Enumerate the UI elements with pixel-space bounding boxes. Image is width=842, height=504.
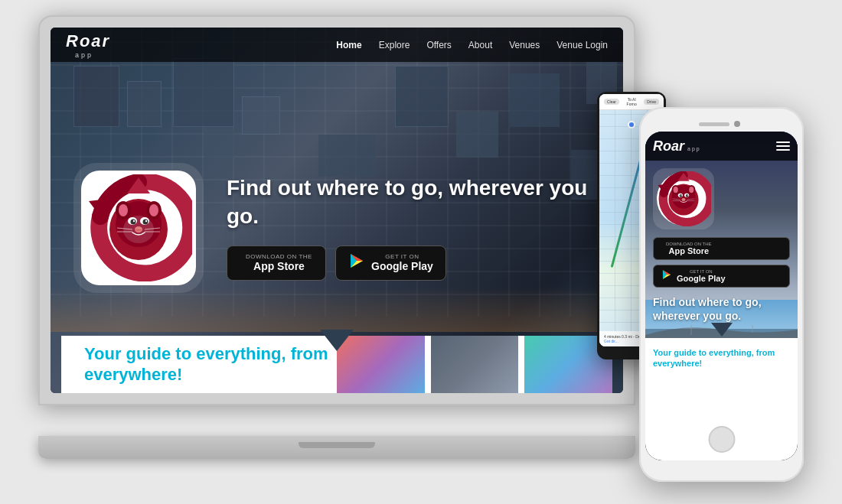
svg-point-13 — [131, 219, 136, 224]
svg-point-14 — [143, 219, 148, 224]
scene: Roar app Home Explore Offers About Venue… — [0, 0, 842, 504]
hamburger-line-2 — [776, 145, 790, 147]
laptop-app-store-button[interactable]: Download on the App Store — [227, 245, 326, 281]
iphone-lower-section: Your guide to everything, from everywher… — [645, 338, 798, 460]
svg-point-9 — [119, 204, 128, 216]
iphone-logo-group: Roar app — [653, 138, 701, 154]
hamburger-line-1 — [776, 141, 790, 143]
laptop-nav-links: Home Explore Offers About Venues Venue L… — [336, 40, 608, 50]
laptop-logo: Roar app — [66, 31, 110, 59]
iphone-device: Roar app — [639, 107, 804, 482]
map-destination: To Al Forno — [622, 97, 641, 106]
nav-link-explore[interactable]: Explore — [379, 40, 410, 50]
laptop-down-arrow — [320, 330, 354, 351]
svg-point-16 — [145, 219, 147, 221]
laptop-lion-icon — [81, 171, 196, 285]
iphone-play-icon — [661, 269, 672, 283]
nav-link-offers[interactable]: Offers — [426, 40, 451, 50]
map-start-pin — [628, 121, 635, 128]
svg-point-43 — [687, 195, 688, 196]
iphone-hero-text: Find out where to go, wherever you go. — [653, 295, 790, 323]
nav-link-home[interactable]: Home — [336, 40, 361, 50]
iphone-app-store-text: Download on the App Store — [666, 242, 712, 255]
app-store-pre: Download on the — [246, 253, 312, 260]
map-clear-btn[interactable]: Clear — [604, 99, 619, 105]
iphone-lower-headline: Your guide to everything, from everywher… — [653, 347, 790, 369]
play-store-icon — [348, 252, 365, 274]
laptop-store-buttons: Download on the App Store — [227, 245, 600, 281]
svg-point-42 — [680, 195, 681, 196]
svg-point-37 — [689, 187, 694, 193]
app-store-name: App Store — [246, 260, 312, 272]
nav-link-about[interactable]: About — [468, 40, 492, 50]
play-store-name: Google Play — [371, 260, 433, 272]
app-store-text: Download on the App Store — [246, 253, 312, 272]
iphone-store-buttons: Download on the App Store — [653, 237, 790, 288]
laptop-base — [38, 436, 635, 459]
map-drive-btn[interactable]: Drive — [644, 99, 659, 105]
iphone-logo-sub: app — [687, 146, 701, 151]
iphone-logo: Roar — [653, 138, 684, 154]
iphone-app-store-button[interactable]: Download on the App Store — [653, 237, 790, 260]
iphone-home-button[interactable] — [708, 426, 735, 453]
iphone-menu-button[interactable] — [776, 141, 790, 151]
iphone-hero-bg: Roar app — [645, 132, 798, 460]
play-store-text: GET IT ON Google Play — [371, 253, 433, 272]
nav-link-venue-login[interactable]: Venue Login — [556, 40, 608, 50]
svg-point-10 — [149, 204, 158, 216]
laptop-frame: Roar app Home Explore Offers About Venue… — [38, 15, 635, 405]
iphone-speaker — [699, 122, 729, 126]
iphone-play-store-name: Google Play — [677, 274, 726, 283]
nav-link-venues[interactable]: Venues — [509, 40, 540, 50]
svg-point-44 — [681, 198, 685, 201]
svg-point-41 — [686, 194, 689, 197]
iphone-content: Download on the App Store — [645, 161, 798, 330]
iphone-play-store-button[interactable]: GET IT ON Google Play — [653, 265, 790, 288]
lion-svg — [85, 174, 192, 281]
iphone-play-store-text: GET IT ON Google Play — [677, 269, 726, 283]
laptop-hero-text: Find out where to go, wherever you go. D… — [227, 174, 600, 281]
iphone-screen: Roar app — [645, 132, 798, 460]
iphone-play-svg — [661, 269, 672, 280]
svg-point-36 — [674, 187, 678, 193]
play-store-svg — [348, 252, 365, 269]
iphone-down-arrow — [711, 323, 733, 337]
laptop-navbar: Roar app Home Explore Offers About Venue… — [51, 28, 623, 62]
iphone-camera — [734, 121, 740, 127]
laptop-screen: Roar app Home Explore Offers About Venue… — [51, 28, 623, 393]
hamburger-line-3 — [776, 149, 790, 151]
iphone-app-icon — [653, 168, 714, 229]
iphone-app-store-name: App Store — [666, 246, 712, 255]
play-store-pre: GET IT ON — [371, 253, 433, 260]
iphone-lion-svg — [656, 171, 711, 226]
iphone-navbar: Roar app — [645, 132, 798, 161]
svg-point-40 — [680, 194, 683, 197]
svg-point-15 — [133, 219, 135, 221]
laptop-device: Roar app Home Explore Offers About Venue… — [38, 15, 635, 459]
laptop-play-store-button[interactable]: GET IT ON Google Play — [335, 245, 446, 281]
laptop-app-icon-wrapper — [73, 163, 204, 293]
laptop-headline: Find out where to go, wherever you go. — [227, 174, 600, 230]
